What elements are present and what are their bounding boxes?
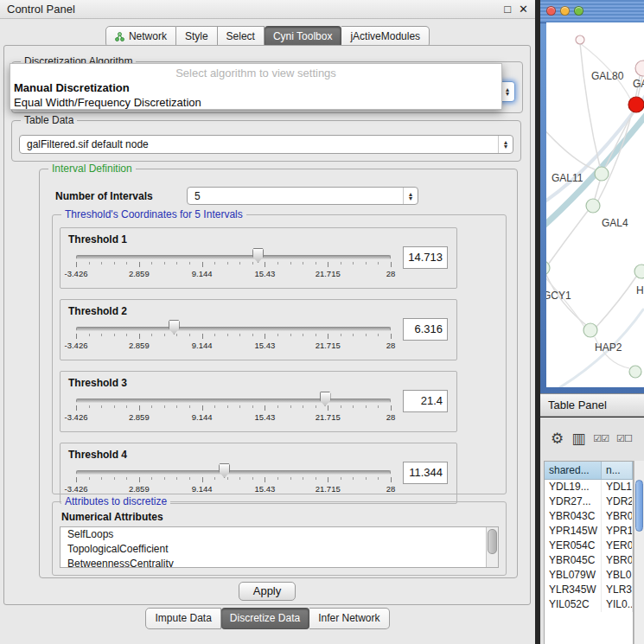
table-cell: YIL052C bbox=[545, 597, 602, 612]
threshold-value-field[interactable]: 21.4 bbox=[403, 390, 448, 412]
network-node[interactable] bbox=[629, 366, 641, 378]
algorithm-option-manual-discretization[interactable]: Manual Discretization bbox=[10, 80, 501, 95]
tab-impute-data[interactable]: Impute Data bbox=[145, 608, 220, 629]
combo-spinner-icon[interactable]: ▴▾ bbox=[498, 136, 513, 153]
window-traffic-lights bbox=[546, 6, 583, 16]
network-node[interactable] bbox=[595, 167, 609, 181]
network-node-label: GCY1 bbox=[546, 290, 571, 302]
table-cell: YLR345W bbox=[545, 583, 602, 597]
table-data-combobox[interactable]: galFiltered.sif default node ▴▾ bbox=[19, 135, 513, 154]
threshold-slider[interactable]: -3.4262.8599.14415.4321.71528 bbox=[76, 247, 391, 285]
tab-discretize-data[interactable]: Discretize Data bbox=[221, 608, 309, 629]
minimize-light-icon[interactable] bbox=[560, 6, 570, 16]
float-window-icon[interactable]: □ bbox=[504, 0, 511, 19]
table-cell: YDR27... bbox=[545, 494, 602, 509]
attributes-group-title: Attributes to discretize bbox=[61, 495, 170, 507]
table-row[interactable]: YBR043CYBR0... bbox=[545, 509, 633, 524]
numerical-attribute-item[interactable]: TopologicalCoefficient bbox=[61, 542, 498, 557]
columns-icon[interactable]: ▥ bbox=[571, 431, 585, 446]
table-body: YDL19...YDL1...YDR27...YDR2...YBR043CYBR… bbox=[545, 480, 633, 612]
table-cell: YER0... bbox=[602, 539, 633, 553]
threshold-slider[interactable]: -3.4262.8599.14415.4321.71528 bbox=[76, 391, 391, 429]
tab-infer-network[interactable]: Infer Network bbox=[309, 608, 389, 629]
threshold-value-field[interactable]: 14.713 bbox=[403, 246, 448, 269]
thresholds-coordinates-group: Threshold's Coordinates for 5 Intervals … bbox=[52, 214, 507, 494]
slider-thumb-icon[interactable] bbox=[219, 463, 230, 478]
network-node[interactable] bbox=[635, 61, 644, 76]
select-rows-checks-icon[interactable]: ☑☐ bbox=[616, 434, 632, 443]
threshold-slider[interactable]: -3.4262.8599.14415.4321.71528 bbox=[76, 319, 391, 357]
control-panel-window: Control Panel □ ✕ NetworkStyleSelectCyni… bbox=[0, 0, 535, 644]
table-cell: YER054C bbox=[545, 539, 602, 553]
numerical-attributes-list[interactable]: SelfLoopsTopologicalCoefficientBetweenne… bbox=[60, 526, 499, 568]
slider-thumb-icon[interactable] bbox=[169, 320, 180, 335]
column-header-n[interactable]: n... bbox=[602, 462, 633, 479]
combo-spinner-icon[interactable]: ▴▾ bbox=[403, 188, 418, 204]
table-row[interactable]: YPR145WYPR1... bbox=[545, 524, 633, 539]
slider-thumb-icon[interactable] bbox=[252, 248, 264, 263]
network-node[interactable] bbox=[583, 323, 597, 337]
slider-scale-labels: -3.4262.8599.14415.4321.71528 bbox=[76, 412, 391, 423]
cyni-mode-tab-bar: Impute DataDiscretize DataInfer Network bbox=[0, 608, 535, 629]
slider-track bbox=[76, 255, 391, 259]
table-row[interactable]: YBR045CYBR0... bbox=[545, 553, 633, 568]
column-header-shared[interactable]: shared... bbox=[545, 462, 602, 479]
numerical-attribute-item[interactable]: SelfLoops bbox=[61, 527, 498, 542]
table-panel-titlebar[interactable]: Table Panel bbox=[540, 393, 644, 417]
table-cell: YBR045C bbox=[545, 553, 602, 568]
algorithm-option-equal-width-frequency-discretization[interactable]: Equal Width/Frequency Discretization bbox=[10, 95, 501, 110]
attributes-to-discretize-group: Attributes to discretize Numerical Attri… bbox=[52, 501, 507, 576]
table-row[interactable]: YDR27...YDR2... bbox=[545, 494, 633, 509]
tab-label: Select bbox=[226, 30, 255, 42]
slider-track bbox=[76, 399, 391, 403]
zoom-light-icon[interactable] bbox=[574, 6, 583, 16]
close-light-icon[interactable] bbox=[546, 6, 556, 16]
table-data-group: Table Data galFiltered.sif default node … bbox=[11, 120, 521, 162]
select-all-checks-icon[interactable]: ☑☑ bbox=[593, 434, 609, 443]
network-edge bbox=[580, 43, 600, 167]
control-panel-titlebar[interactable]: Control Panel □ ✕ bbox=[0, 0, 535, 19]
table-cell: YPR1... bbox=[602, 524, 633, 539]
window-buttons: □ ✕ bbox=[504, 0, 528, 19]
tab-label: Infer Network bbox=[318, 612, 379, 624]
attributes-scrollbar-thumb[interactable] bbox=[488, 529, 497, 554]
table-cell: YBL0... bbox=[602, 568, 633, 583]
attributes-scrollbar[interactable] bbox=[486, 527, 498, 567]
number-of-intervals-combobox[interactable]: 5 ▴▾ bbox=[187, 187, 418, 205]
network-node[interactable] bbox=[628, 97, 644, 112]
slider-track bbox=[76, 327, 391, 331]
network-view-window: GAL80GAGAL11GAL4GCY1HHAP2 bbox=[540, 0, 644, 393]
spinner-down-icon: ▾ bbox=[506, 92, 509, 96]
table-row[interactable]: YBL079WYBL0... bbox=[545, 568, 633, 583]
close-window-icon[interactable]: ✕ bbox=[519, 0, 528, 19]
slider-ticks bbox=[76, 477, 391, 483]
network-node-label: GAL4 bbox=[602, 217, 628, 229]
interval-definition-group: Interval Definition Number of Intervals … bbox=[39, 169, 518, 578]
thresholds-group-title: Threshold's Coordinates for 5 Intervals bbox=[61, 208, 246, 220]
apply-button[interactable]: Apply bbox=[239, 582, 296, 601]
numerical-attribute-item[interactable]: BetweennessCentrality bbox=[61, 557, 498, 568]
slider-thumb-icon[interactable] bbox=[320, 392, 331, 406]
table-scrollbar-thumb[interactable] bbox=[635, 480, 643, 532]
tab-label: Style bbox=[185, 30, 208, 42]
network-window-titlebar[interactable] bbox=[540, 0, 644, 23]
table-panel-toolbar: ⚙▥☑☑☑☐ bbox=[540, 421, 644, 456]
network-node[interactable] bbox=[586, 199, 600, 213]
network-canvas[interactable]: GAL80GAGAL11GAL4GCY1HHAP2 bbox=[546, 22, 644, 387]
threshold-value-field[interactable]: 6.316 bbox=[403, 318, 448, 341]
table-row[interactable]: YER054CYER0... bbox=[545, 539, 633, 553]
table-row[interactable]: YDL19...YDL1... bbox=[545, 480, 633, 494]
network-node-label: GAL80 bbox=[591, 70, 624, 82]
network-node-label: GAL11 bbox=[552, 172, 583, 184]
network-node[interactable] bbox=[576, 35, 584, 44]
settings-gear-icon[interactable]: ⚙ bbox=[551, 431, 564, 446]
network-node[interactable] bbox=[634, 265, 644, 278]
number-of-intervals-value: 5 bbox=[188, 190, 403, 202]
threshold-value-field[interactable]: 11.344 bbox=[403, 462, 448, 484]
table-row[interactable]: YLR345WYLR3... bbox=[545, 583, 633, 597]
tab-label: Cyni Toolbox bbox=[273, 30, 332, 42]
table-cell: YDL19... bbox=[545, 480, 602, 494]
dropdown-placeholder-option[interactable]: Select algorithm to view settings bbox=[10, 66, 501, 80]
table-scrollbar[interactable] bbox=[634, 461, 644, 644]
table-row[interactable]: YIL052CYIL0... bbox=[545, 597, 633, 612]
